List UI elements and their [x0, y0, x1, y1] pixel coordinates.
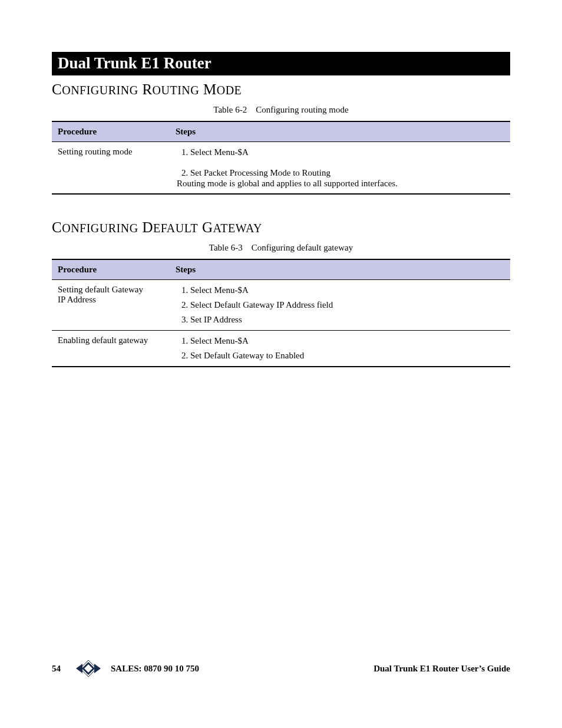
- step-text: 3. Set IP Address: [181, 315, 504, 325]
- steps-cell: 1. Select Menu-$A: [170, 142, 510, 163]
- col-header-steps: Steps: [170, 259, 510, 280]
- table-header-row: Procedure Steps: [52, 259, 510, 280]
- procedure-cell: Setting routing mode: [52, 142, 170, 163]
- procedure-text: Setting default Gateway: [58, 285, 164, 295]
- steps-cell: 1. Select Menu-$A 2. Select Default Gate…: [170, 280, 510, 331]
- step-text: 2. Select Default Gateway IP Address fie…: [181, 300, 504, 310]
- step-note: Routing mode is global and applies to al…: [177, 179, 504, 189]
- procedure-cell-empty: [52, 163, 170, 194]
- logo-icon: [74, 659, 103, 678]
- col-header-procedure: Procedure: [52, 121, 170, 142]
- table-row: 2. Set Packet Processing Mode to Routing…: [52, 163, 510, 194]
- page: Dual Trunk E1 Router CONFIGURING ROUTING…: [0, 0, 562, 728]
- sales-text: SALES: 0870 90 10 750: [111, 664, 199, 674]
- svg-marker-1: [94, 664, 101, 673]
- section2-table-caption: Table 6-3 Configuring default gateway: [52, 243, 510, 253]
- step-text: 2. Set Default Gateway to Enabled: [181, 351, 504, 361]
- step-text: 2. Set Packet Processing Mode to Routing: [181, 168, 504, 178]
- svg-marker-0: [76, 664, 82, 673]
- section1-table: Procedure Steps Setting routing mode 1. …: [52, 121, 510, 195]
- col-header-steps: Steps: [170, 121, 510, 142]
- footer: 54 SALES:: [52, 659, 510, 678]
- title-bar: Dual Trunk E1 Router: [52, 52, 510, 75]
- section1-heading: CONFIGURING ROUTING MODE: [52, 81, 510, 98]
- table-row: Enabling default gateway 1. Select Menu-…: [52, 331, 510, 367]
- step-text: 1. Select Menu-$A: [181, 336, 504, 346]
- section2-heading: CONFIGURING DEFAULT GATEWAY: [52, 219, 510, 236]
- step-text: 1. Select Menu-$A: [181, 147, 504, 157]
- section1-table-caption: Table 6-2 Configuring routing mode: [52, 105, 510, 115]
- section2-table: Procedure Steps Setting default Gateway …: [52, 259, 510, 367]
- title-bar-text: Dual Trunk E1 Router: [58, 54, 211, 72]
- footer-left: 54 SALES:: [52, 659, 199, 678]
- table-row: Setting routing mode 1. Select Menu-$A: [52, 142, 510, 163]
- steps-cell: 2. Set Packet Processing Mode to Routing…: [170, 163, 510, 194]
- procedure-text: Enabling default gateway: [58, 335, 164, 345]
- steps-cell: 1. Select Menu-$A 2. Set Default Gateway…: [170, 331, 510, 367]
- step-text: 1. Select Menu-$A: [181, 285, 504, 295]
- procedure-cell: Enabling default gateway: [52, 331, 170, 367]
- table-row: Setting default Gateway IP Address 1. Se…: [52, 280, 510, 331]
- page-number: 54: [52, 664, 66, 674]
- procedure-cell: Setting default Gateway IP Address: [52, 280, 170, 331]
- table-header-row: Procedure Steps: [52, 121, 510, 142]
- col-header-procedure: Procedure: [52, 259, 170, 280]
- procedure-text: IP Address: [58, 295, 164, 305]
- guide-text: Dual Trunk E1 Router User’s Guide: [373, 664, 510, 674]
